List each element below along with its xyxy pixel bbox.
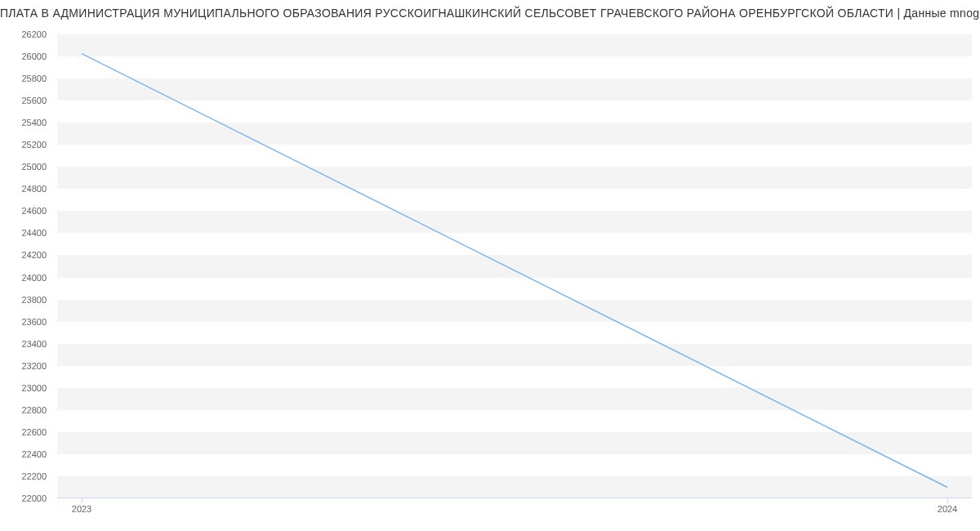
y-tick-label: 25800 (21, 74, 47, 83)
x-tick (82, 498, 82, 503)
x-tick (947, 498, 948, 503)
x-tick-label: 2024 (938, 504, 957, 514)
y-tick-label: 25000 (21, 162, 47, 172)
x-axis-labels: 20232024 (57, 504, 972, 516)
y-tick-label: 23000 (21, 383, 47, 393)
chart-title: ПЛАТА В АДМИНИСТРАЦИЯ МУНИЦИПАЛЬНОГО ОБР… (0, 7, 980, 20)
y-tick-label: 24400 (21, 228, 47, 238)
y-tick-label: 22400 (21, 449, 47, 459)
y-tick-label: 25600 (21, 96, 47, 105)
y-tick-label: 24800 (21, 184, 47, 194)
line-chart-svg (57, 34, 972, 498)
y-tick-label: 23800 (21, 295, 47, 305)
y-tick-label: 23600 (21, 317, 47, 327)
y-tick-label: 22800 (21, 405, 47, 415)
chart-container: ПЛАТА В АДМИНИСТРАЦИЯ МУНИЦИПАЛЬНОГО ОБР… (0, 0, 980, 531)
plot-area (57, 34, 972, 498)
x-axis-line (57, 498, 972, 498)
y-tick-label: 26000 (21, 51, 47, 61)
y-tick-label: 24600 (21, 206, 47, 216)
y-tick-label: 26200 (21, 29, 47, 39)
data-line (82, 54, 947, 488)
y-tick-label: 24200 (21, 250, 47, 260)
x-tick-label: 2023 (72, 504, 91, 514)
y-tick-label: 24000 (21, 273, 47, 283)
y-tick-label: 23200 (21, 361, 47, 371)
y-tick-label: 22200 (21, 471, 47, 481)
y-tick-label: 25400 (21, 118, 47, 127)
y-axis-labels: 2200022200224002260022800230002320023400… (0, 34, 53, 498)
y-tick-label: 22000 (21, 493, 47, 503)
y-tick-label: 22600 (21, 427, 47, 437)
y-tick-label: 25200 (21, 140, 47, 149)
y-tick-label: 23400 (21, 339, 47, 349)
